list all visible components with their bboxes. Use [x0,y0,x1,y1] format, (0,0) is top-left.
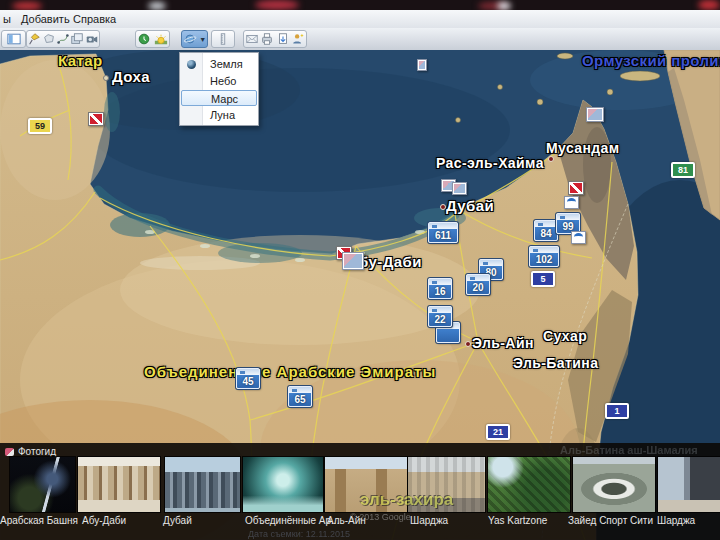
toolbar-group-time [135,30,170,48]
planet-dropdown-menu: Земля Небо Марс Луна [179,52,259,126]
dive-flag-marker[interactable] [88,112,104,126]
route-shield-81: 81 [671,162,695,178]
surf-marker[interactable] [571,231,586,244]
toolbar-group-add [26,30,100,48]
blob [497,2,511,10]
menu-help[interactable]: Справка [66,10,123,28]
map-label-uae: Объединенные Арабские Эмираты [144,363,436,380]
email-icon [245,32,259,46]
photo-thumbnail-sharjah-corniche[interactable] [658,457,720,512]
photo-caption: Дубай [163,515,192,526]
map-label-hormuz-strait: Ормузский пролив [582,52,720,69]
dubai-city-dot [440,204,446,210]
toolbar-button-sunlight[interactable] [153,31,170,47]
earth-globe-icon [187,60,196,69]
ghost-map-label-al-zahira: эль-захира [360,490,453,510]
map-label-sohar: Сухар [543,328,587,344]
photo-cluster-16[interactable]: 16 [428,278,452,299]
toolbar-button-add-polygon[interactable] [41,31,55,47]
toolbar-button-historical-imagery[interactable] [136,31,153,47]
toolbar-button-sign-in[interactable] [291,31,307,47]
photo-cluster-102[interactable]: 102 [529,246,559,267]
menu-bar: ы Добавить Справка [0,10,720,29]
save-image-icon [276,32,290,46]
toolbar-button-record-tour[interactable] [85,31,99,47]
ruler-icon [216,32,230,46]
small-shield-marker [417,59,427,71]
photo-marker-dubai[interactable] [452,182,467,195]
dive-flag-marker[interactable] [568,181,584,195]
ghost-map-label-al-batinah-region: Аль-Батина аш-Шамалия [560,444,698,456]
ghost-date-note: Дата съемки: 12.11.2015 [248,529,350,539]
path-icon [56,32,70,46]
toolbar-button-email[interactable] [244,31,260,47]
map-copyright: © 2013 Google [350,512,411,522]
photo-caption: Шарджа [410,515,448,526]
toolbar-button-image-overlay[interactable] [70,31,84,47]
map-label-qatar: Катар [58,52,103,69]
historical-imagery-icon [137,32,151,46]
photo-guide-title: Фотогид [18,446,56,457]
blob [255,0,299,10]
blob [698,0,720,10]
photo-caption: Зайед Спорт Сити [568,515,653,526]
route-shield-1: 1 [605,403,629,419]
record-tour-icon [85,32,99,46]
planet-menu-item-sky[interactable]: Небо [181,73,257,89]
map-label-al-batinah: Эль-Батина [513,355,598,371]
photo-cluster-22[interactable]: 22 [428,306,452,327]
photo-cluster-65[interactable]: 65 [288,386,312,407]
photo-thumbnail-abu-dhabi[interactable] [78,457,160,512]
al-ain-city-dot [465,341,471,347]
photo-caption: Объединённые Ар... [245,515,339,526]
sign-in-icon [291,32,305,46]
photo-cluster-611[interactable]: 611 [428,222,458,243]
placemark-icon [27,32,41,46]
toolbar: ▼ [0,28,720,51]
planet-menu-item-moon[interactable]: Луна [181,107,257,123]
sunlight-icon [154,32,168,46]
planet-menu-item-mars[interactable]: Марс [181,90,257,106]
route-shield-21: 21 [486,424,510,440]
polygon-icon [42,32,56,46]
planet-icon [183,32,197,46]
photo-guide-icon [5,448,14,456]
toolbar-button-sidebar[interactable] [1,30,26,48]
toolbar-button-planet-switcher[interactable]: ▼ [181,30,208,48]
toolbar-button-save-image[interactable] [275,31,291,47]
photo-cluster-20[interactable]: 20 [466,274,490,295]
photo-cluster-84[interactable]: 84 [534,220,558,241]
chevron-down-icon: ▼ [199,36,206,43]
doha-city-dot [103,75,109,81]
photo-thumbnail-zayed-sports-city[interactable] [573,457,655,512]
photo-thumbnail-uae[interactable] [243,457,323,512]
map-label-dubai: Дубай [446,197,494,214]
image-overlay-icon [70,32,84,46]
sidebar-toggle-icon [7,32,21,46]
photo-guide-strip: Фотогид Аль-Батина аш-Шамалия эль-захира… [0,443,720,540]
toolbar-button-add-placemark[interactable] [27,31,41,47]
photo-caption: Абу-Даби [82,515,126,526]
surf-marker[interactable] [564,196,579,209]
photo-thumbnail-yas-kartzone[interactable] [488,457,570,512]
google-earth-window: { "window": { "menu_items": ["ы", "Добав… [0,0,720,540]
toolbar-button-print[interactable] [260,31,276,47]
blob [148,2,166,10]
photo-cluster-45[interactable]: 45 [236,368,260,389]
photo-marker-abu-dhabi[interactable] [342,252,364,270]
map-label-doha: Доха [112,68,150,85]
rak-city-dot [548,156,554,162]
photo-marker-musandam[interactable] [586,107,604,122]
route-shield-5: 5 [531,271,555,287]
blob [12,2,42,10]
route-shield-59: 59 [28,118,52,134]
photo-thumbnail-dubai[interactable] [165,457,240,512]
map-label-al-ain: Эль-Айн [472,335,534,351]
toolbar-group-share [243,30,307,48]
toolbar-button-ruler[interactable] [211,30,235,48]
photo-thumbnail-burj-al-arab[interactable] [10,457,75,512]
map-label-musandam: Мусандам [546,140,620,156]
map-label-ras-al-khaimah: Рас-эль-Хайма [436,155,544,171]
photo-caption: Арабская Башня [0,515,78,526]
toolbar-button-add-path[interactable] [56,31,70,47]
